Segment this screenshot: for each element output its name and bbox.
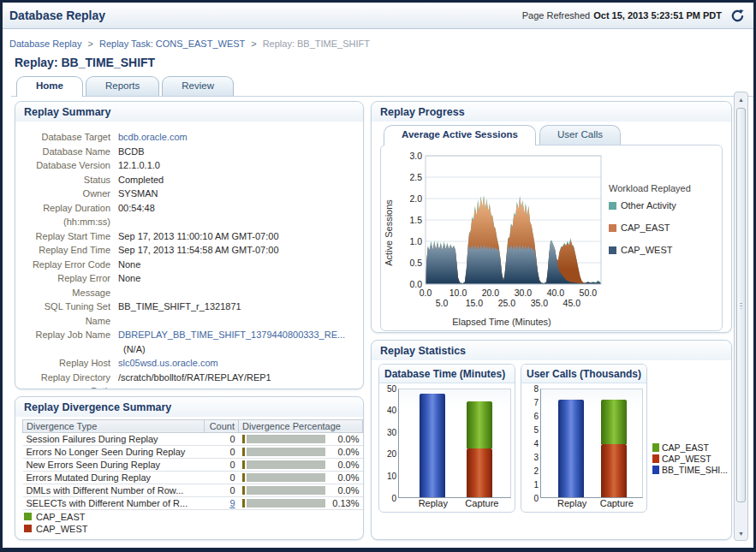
scrollbar-down-arrow-icon[interactable]: ▼ xyxy=(735,527,747,539)
table-row[interactable]: Session Failures During Replay0 0.0% xyxy=(23,432,363,445)
breadcrumb-current: Replay: BB_TIME_SHIFT xyxy=(263,39,370,49)
summary-field: Replay End Time Sep 17, 2013 11:54:58 AM… xyxy=(22,243,356,258)
column-header-count[interactable]: Count xyxy=(205,419,239,432)
table-row[interactable]: Errors No Longer Seen During Replay0 0.0… xyxy=(23,445,363,458)
tab-average-active-sessions[interactable]: Average Active Sessions xyxy=(384,125,536,145)
bar-capture-cap_east[interactable] xyxy=(601,400,627,444)
summary-field: Replay Error Code None xyxy=(22,258,356,272)
top-header-bar: Database Replay Page Refreshed Oct 15, 2… xyxy=(3,3,753,29)
field-value: BB_TIME_SHIFT_r_1321871 xyxy=(118,300,241,328)
field-label: Database Target xyxy=(22,130,118,145)
pct-bar xyxy=(247,435,325,443)
user-calls-bar-chart: 876543210 xyxy=(521,383,646,498)
bar-replay-bb_time_shift[interactable] xyxy=(420,394,445,496)
legend-swatch xyxy=(24,525,32,532)
y-axis-ticks: 50403020100 xyxy=(381,389,398,498)
legend-swatch xyxy=(652,454,659,463)
pct-bar xyxy=(247,448,325,456)
tab-review[interactable]: Review xyxy=(162,76,234,96)
bar-category-label: Replay xyxy=(419,498,448,508)
summary-value-link[interactable]: slc05wsd.us.oracle.com xyxy=(118,358,218,368)
table-row[interactable]: SELECTs with Different Number of R...9 0… xyxy=(23,496,363,509)
legend-item: Other Activity xyxy=(609,200,703,211)
field-value: bcdb.oracle.com xyxy=(118,130,188,145)
replay-statistics-title: Replay Statistics xyxy=(372,341,731,360)
active-sessions-chart-box: Active Sessions 0.00.51.01.52.02.53.00.0… xyxy=(380,145,723,331)
summary-field: SQL Tuning Set Name BB_TIME_SHIFT_r_1321… xyxy=(22,300,356,328)
divergence-legend: CAP_EAST CAP_WEST xyxy=(15,512,363,534)
field-label: Owner xyxy=(22,187,118,201)
pct-bar xyxy=(247,473,325,482)
svg-text:50.0: 50.0 xyxy=(580,288,598,298)
scrollbar-thumb[interactable] xyxy=(736,108,746,502)
summary-field: Status Completed xyxy=(22,173,356,187)
pct-marker xyxy=(242,435,245,443)
app-title: Database Replay xyxy=(9,9,105,22)
table-row[interactable]: DMLs with Different Number of Row...0 0.… xyxy=(23,484,363,496)
breadcrumb-database-replay[interactable]: Database Replay xyxy=(9,39,81,49)
column-header-divergence-percentage[interactable]: Divergence Percentage xyxy=(239,419,363,432)
bar-capture-cap_west[interactable] xyxy=(601,444,627,497)
svg-text:1.0: 1.0 xyxy=(409,236,422,246)
bar-capture-cap_west[interactable] xyxy=(467,448,492,496)
field-value: /scratch/bbolltof/RAT/REPLAY/REP1 xyxy=(118,371,271,389)
summary-field: Replay Start Time Sep 17, 2013 11:00:10 … xyxy=(22,229,356,244)
field-label: Replay Error Code xyxy=(22,258,118,272)
field-label: SQL Tuning Set Name xyxy=(22,300,118,328)
divergence-count-link[interactable]: 9 xyxy=(229,498,235,508)
summary-field: Replay Host slc05wsd.us.oracle.com xyxy=(22,356,356,371)
page-refreshed-area: Page Refreshed Oct 15, 2013 5:23:51 PM P… xyxy=(522,9,745,23)
legend-item: CAP_EAST xyxy=(24,512,363,522)
legend-item: CAP_WEST xyxy=(24,524,363,534)
workload-legend: Workload Replayed Other Activity CAP_EAS… xyxy=(609,149,703,317)
svg-text:1.5: 1.5 xyxy=(409,215,422,225)
statistics-legend: CAP_EAST CAP_WEST BB_TIME_SHI... xyxy=(652,364,728,513)
svg-text:30.0: 30.0 xyxy=(515,288,533,298)
summary-value-link[interactable]: DBREPLAY_BB_TIME_SHIFT_1379440800333_RE.… xyxy=(118,329,345,340)
page-refreshed-timestamp: Oct 15, 2013 5:23:51 PM PDT xyxy=(593,10,722,21)
replay-statistics-panel: Replay Statistics Database Time (Minutes… xyxy=(371,340,732,540)
pct-marker xyxy=(242,486,245,495)
scrollbar-up-arrow-icon[interactable]: ▲ xyxy=(735,93,747,105)
database-time-title: Database Time (Minutes) xyxy=(379,365,515,383)
legend-swatch xyxy=(24,513,32,520)
svg-text:15.0: 15.0 xyxy=(466,298,484,308)
legend-item: CAP_WEST xyxy=(609,245,703,255)
pct-marker xyxy=(242,448,245,456)
tab-user-calls[interactable]: User Calls xyxy=(539,125,621,145)
summary-field: Replay Duration (hh:mm:ss) 00:54:48 xyxy=(22,201,356,229)
breadcrumb-replay-task[interactable]: Replay Task: CONS_EAST_WEST xyxy=(99,39,245,49)
database-replay-page: Database Replay Page Refreshed Oct 15, 2… xyxy=(0,0,756,552)
summary-field: Database Target bcdb.oracle.com xyxy=(22,130,356,145)
field-value: Sep 17, 2013 11:54:58 AM GMT-07:00 xyxy=(118,243,279,258)
summary-value-link[interactable]: bcdb.oracle.com xyxy=(118,132,188,142)
left-column: Replay Summary Database Target bcdb.orac… xyxy=(15,101,364,540)
breadcrumb-separator: > xyxy=(87,39,92,49)
field-value: None xyxy=(118,258,140,272)
summary-field: Database Version 12.1.0.1.0 xyxy=(22,158,356,173)
database-time-bar-chart: 50403020100 xyxy=(379,383,515,498)
tab-reports[interactable]: Reports xyxy=(86,76,159,96)
svg-text:10.0: 10.0 xyxy=(449,288,467,298)
page-title: Replay: BB_TIME_SHIFT xyxy=(15,56,753,69)
page-refreshed-label: Page Refreshed xyxy=(522,10,591,21)
table-row[interactable]: Errors Mutated During Replay0 0.0% xyxy=(23,471,363,484)
svg-text:35.0: 35.0 xyxy=(531,298,549,308)
table-row[interactable]: New Errors Seen During Replay0 0.0% xyxy=(23,458,363,471)
replay-summary-panel: Replay Summary Database Target bcdb.orac… xyxy=(15,101,364,389)
bar-replay-bb_time_shift[interactable] xyxy=(558,400,584,497)
field-value: Sep 17, 2013 11:00:10 AM GMT-07:00 xyxy=(118,229,279,244)
y-axis-ticks: 876543210 xyxy=(523,389,540,498)
field-label: Status xyxy=(22,173,118,187)
column-header-divergence-type[interactable]: Divergence Type xyxy=(23,419,205,432)
tab-home[interactable]: Home xyxy=(16,76,83,97)
field-value: None xyxy=(118,271,140,300)
vertical-scrollbar[interactable]: ▲ ▼ xyxy=(734,92,748,541)
field-label: Database Version xyxy=(22,158,118,173)
legend-swatch xyxy=(609,246,616,254)
database-time-chart-box: Database Time (Minutes) 50403020100 Repl… xyxy=(378,364,515,513)
field-label: Replay End Time xyxy=(22,243,118,258)
bar-capture-cap_east[interactable] xyxy=(467,401,492,448)
refresh-icon[interactable] xyxy=(730,9,745,23)
summary-field: Replay Error Message None xyxy=(22,271,356,300)
